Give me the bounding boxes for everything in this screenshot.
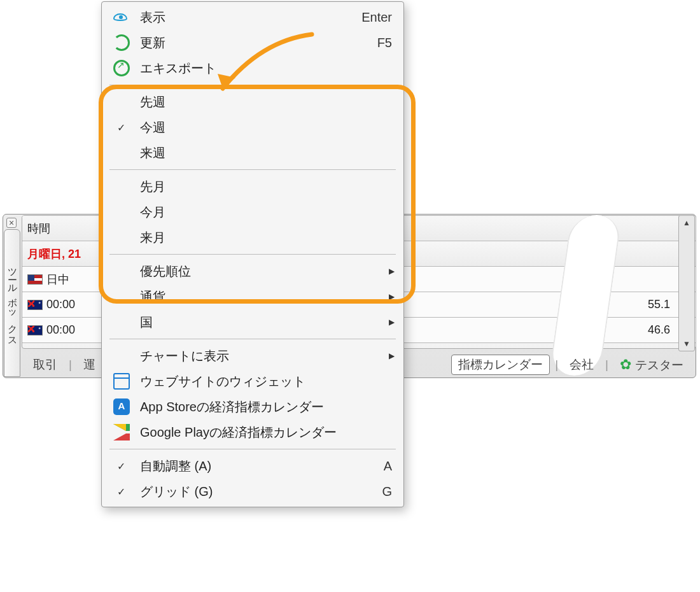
menu-export[interactable]: エキスポート [102,55,403,81]
row-time: 日中 [46,272,69,287]
row-time: 00:00 [46,323,75,337]
menu-auto-adjust[interactable]: ✓自動調整 (A)A [102,453,403,479]
menu-period-last-week[interactable]: 先週 [102,89,403,115]
col-time-header[interactable]: 時間 [27,221,104,236]
tab-separator-icon: | [605,358,608,372]
menu-currency[interactable]: 通貨▶ [102,284,403,309]
check-icon: ✓ [117,486,125,498]
label: チャートに表示 [140,348,229,365]
flag-us-icon [27,274,43,285]
check-icon: ✓ [117,460,125,472]
label: 優先順位 [140,263,191,280]
label: 今月 [140,204,165,221]
menu-view-label: 表示 [140,9,165,26]
row-time: 00:00 [46,298,75,311]
close-panel-button[interactable]: × [6,218,17,228]
shortcut: G [382,484,392,499]
scroll-up-icon[interactable]: ▲ [679,218,694,227]
menu-period-next-month[interactable]: 来月 [102,225,403,250]
refresh-icon [113,34,130,51]
googleplay-icon [113,424,130,440]
menu-priority[interactable]: 優先順位▶ [102,258,403,284]
menu-separator [109,339,396,339]
check-icon: ✓ [117,122,125,134]
menu-website-widget[interactable]: ウェブサイトのウィジェット [102,369,403,394]
tab-operations[interactable]: 運 [77,355,102,374]
tab-economic-calendar[interactable]: 指標カレンダー [451,355,550,375]
menu-grid[interactable]: ✓グリッド (G)G [102,479,403,504]
submenu-arrow-icon: ▶ [389,318,395,327]
context-menu: 表示 Enter 更新 F5 エキスポート 先週 ✓今週 来週 先月 今月 来月… [101,1,404,507]
label: 来月 [140,229,165,246]
menu-separator [109,85,396,85]
menu-period-this-week[interactable]: ✓今週 [102,115,403,140]
menu-country[interactable]: 国▶ [102,309,403,335]
submenu-arrow-icon: ▶ [389,351,395,360]
label: 自動調整 (A) [140,458,211,475]
appstore-icon: A [113,398,130,415]
label: グリッド (G) [140,483,213,500]
label: 来週 [140,144,165,162]
scroll-down-icon[interactable]: ▼ [679,339,694,348]
menu-googleplay[interactable]: Google Playの経済指標カレンダー [102,419,403,445]
menu-period-next-week[interactable]: 来週 [102,140,403,166]
star-icon: ✿ [620,356,631,372]
tab-tester[interactable]: ✿テスター [613,355,690,375]
tab-trade[interactable]: 取引 [27,355,64,374]
calendar-icon [113,373,130,390]
menu-view[interactable]: 表示 Enter [102,4,403,30]
menu-refresh-shortcut: F5 [377,36,392,50]
menu-refresh[interactable]: 更新 F5 [102,30,403,55]
vertical-scrollbar[interactable]: ▲ ▼ [678,215,695,351]
label: Google Playの経済指標カレンダー [140,424,337,441]
tab-tester-label: テスター [635,358,683,372]
menu-period-this-month[interactable]: 今月 [102,199,403,225]
calendar-date-text: 月曜日, 21 [27,246,81,262]
menu-export-label: エキスポート [140,60,216,77]
menu-view-shortcut: Enter [361,10,392,25]
label: App Storeの経済指標カレンダー [140,398,324,416]
tab-company[interactable]: 会社 [563,355,600,374]
flag-au-icon [27,325,43,335]
tab-separator-icon: | [69,358,72,372]
menu-period-last-month[interactable]: 先月 [102,174,403,199]
label: 今週 [140,119,165,136]
menu-separator [109,449,396,449]
label: 先週 [140,94,165,111]
submenu-arrow-icon: ▶ [389,267,395,276]
shortcut: A [384,459,392,474]
menu-show-on-chart[interactable]: チャートに表示▶ [102,343,403,369]
label: ウェブサイトのウィジェット [140,373,305,390]
toolbox-vertical-tab[interactable]: ツールボックス [4,229,20,377]
tab-separator-icon: | [555,358,558,372]
menu-refresh-label: 更新 [140,34,165,52]
menu-separator [109,169,396,170]
menu-appstore[interactable]: AApp Storeの経済指標カレンダー [102,394,403,419]
label: 通貨 [140,288,165,306]
label: 国 [140,314,153,331]
label: 先月 [140,178,165,195]
flag-au-icon [27,300,43,310]
menu-separator [109,254,396,255]
eye-icon [113,13,127,21]
submenu-arrow-icon: ▶ [389,292,395,301]
export-icon [113,60,130,76]
